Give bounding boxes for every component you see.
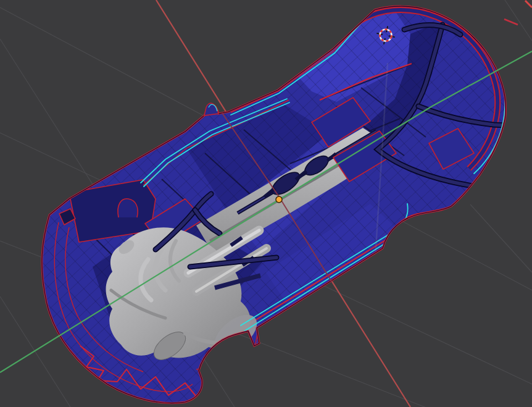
- object-origin-point: [276, 196, 282, 203]
- viewport-canvas[interactable]: [0, 0, 532, 407]
- blender-3d-viewport[interactable]: [0, 0, 532, 407]
